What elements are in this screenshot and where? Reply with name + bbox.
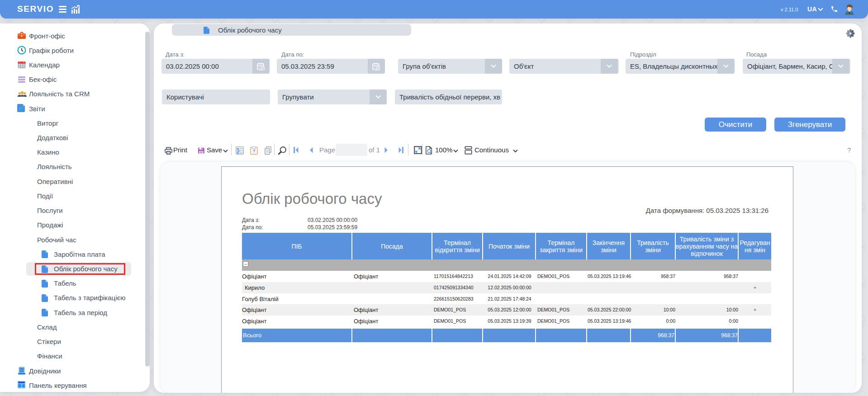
- svg-text:?: ?: [253, 149, 256, 153]
